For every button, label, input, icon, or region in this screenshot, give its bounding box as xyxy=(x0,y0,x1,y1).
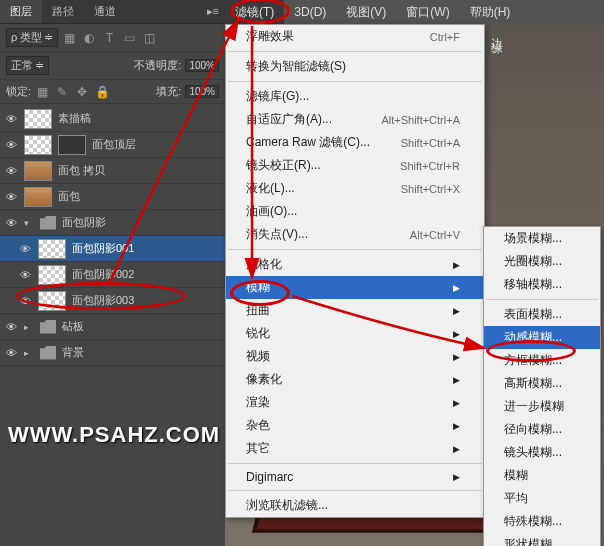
menu-item[interactable]: 特殊模糊... xyxy=(484,510,600,533)
menu-item[interactable]: 消失点(V)...Alt+Ctrl+V xyxy=(226,223,484,246)
menu-separator xyxy=(486,299,598,300)
menu-item[interactable]: Camera Raw 滤镜(C)...Shift+Ctrl+A xyxy=(226,131,484,154)
menu-item[interactable]: 杂色▶ xyxy=(226,414,484,437)
layer-row[interactable]: 👁面包 xyxy=(0,184,225,210)
visibility-toggle[interactable]: 👁 xyxy=(18,295,32,307)
layer-thumbnail[interactable] xyxy=(24,161,52,181)
menu-item[interactable]: 油画(O)... xyxy=(226,200,484,223)
filter-adjust-icon[interactable]: ◐ xyxy=(82,31,96,45)
filter-shape-icon[interactable]: ▭ xyxy=(122,31,136,45)
folder-twisty[interactable]: ▾ xyxy=(24,218,34,228)
lock-transparent-icon[interactable]: ▦ xyxy=(35,85,49,99)
layer-row[interactable]: 👁▸砧板 xyxy=(0,314,225,340)
folder-icon xyxy=(40,320,56,334)
layer-thumbnail[interactable] xyxy=(24,187,52,207)
menu-item[interactable]: 转换为智能滤镜(S) xyxy=(226,55,484,78)
layer-thumbnail[interactable] xyxy=(24,109,52,129)
menu-item[interactable]: 移轴模糊... xyxy=(484,273,600,296)
layer-row[interactable]: 👁面包阴影002 xyxy=(0,262,225,288)
layer-row[interactable]: 👁面包 拷贝 xyxy=(0,158,225,184)
menu-item[interactable]: 模糊▶ xyxy=(226,276,484,299)
visibility-toggle[interactable]: 👁 xyxy=(4,191,18,203)
filter-type-icon[interactable]: T xyxy=(102,31,116,45)
menu-item[interactable]: 锐化▶ xyxy=(226,322,484,345)
visibility-toggle[interactable]: 👁 xyxy=(4,113,18,125)
menu-item[interactable]: 场景模糊... xyxy=(484,227,600,250)
visibility-toggle[interactable]: 👁 xyxy=(4,139,18,151)
menu-item[interactable]: 径向模糊... xyxy=(484,418,600,441)
filter-icons: ▦ ◐ T ▭ ◫ xyxy=(62,31,156,45)
lock-paint-icon[interactable]: ✎ xyxy=(55,85,69,99)
menu-item[interactable]: Digimarc▶ xyxy=(226,467,484,487)
menu-item-label: 模糊 xyxy=(504,467,528,484)
fill-value[interactable]: 100% xyxy=(185,85,219,98)
filter-smart-icon[interactable]: ◫ xyxy=(142,31,156,45)
visibility-toggle[interactable]: 👁 xyxy=(4,165,18,177)
menu-filter[interactable]: 滤镜(T) xyxy=(225,0,284,25)
layer-row[interactable]: 👁▸背景 xyxy=(0,340,225,366)
menu-help[interactable]: 帮助(H) xyxy=(460,0,521,25)
menu-item[interactable]: 方框模糊... xyxy=(484,349,600,372)
layer-row[interactable]: 👁面包阴影001 xyxy=(0,236,225,262)
menu-item[interactable]: 模糊 xyxy=(484,464,600,487)
layer-thumbnail[interactable] xyxy=(24,135,52,155)
menu-item[interactable]: 风格化▶ xyxy=(226,253,484,276)
visibility-toggle[interactable]: 👁 xyxy=(18,243,32,255)
menu-item[interactable]: 滤镜库(G)... xyxy=(226,85,484,108)
menu-item[interactable]: 高斯模糊... xyxy=(484,372,600,395)
layer-thumbnail[interactable] xyxy=(38,291,66,311)
folder-twisty[interactable]: ▸ xyxy=(24,322,34,332)
folder-twisty[interactable]: ▸ xyxy=(24,348,34,358)
submenu-arrow-icon: ▶ xyxy=(453,375,460,385)
layer-row[interactable]: 👁素描稿 xyxy=(0,106,225,132)
menu-window[interactable]: 窗口(W) xyxy=(396,0,459,25)
menu-item[interactable]: 其它▶ xyxy=(226,437,484,460)
layer-row[interactable]: 👁面包顶层 xyxy=(0,132,225,158)
menu-item[interactable]: 平均 xyxy=(484,487,600,510)
menu-separator xyxy=(228,490,482,491)
menu-item[interactable]: 表面模糊... xyxy=(484,303,600,326)
menu-item[interactable]: 扭曲▶ xyxy=(226,299,484,322)
menu-view[interactable]: 视图(V) xyxy=(336,0,396,25)
menu-item[interactable]: 镜头校正(R)...Shift+Ctrl+R xyxy=(226,154,484,177)
tab-channels[interactable]: 通道 xyxy=(84,0,126,23)
layer-thumbnail[interactable] xyxy=(38,265,66,285)
submenu-arrow-icon: ▶ xyxy=(453,260,460,270)
tab-layers[interactable]: 图层 xyxy=(0,0,42,23)
layer-mask-thumbnail[interactable] xyxy=(58,135,86,155)
layer-thumbnail[interactable] xyxy=(38,239,66,259)
visibility-toggle[interactable]: 👁 xyxy=(18,269,32,281)
menu-item[interactable]: 光圈模糊... xyxy=(484,250,600,273)
menu-item[interactable]: 动感模糊... xyxy=(484,326,600,349)
menu-item[interactable]: 浏览联机滤镜... xyxy=(226,494,484,517)
menu-item[interactable]: 视频▶ xyxy=(226,345,484,368)
layer-row[interactable]: 👁面包阴影003 xyxy=(0,288,225,314)
blend-mode-select[interactable]: 正常 ≑ xyxy=(6,56,49,75)
lock-all-icon[interactable]: 🔒 xyxy=(95,85,109,99)
menu-item[interactable]: 像素化▶ xyxy=(226,368,484,391)
submenu-arrow-icon: ▶ xyxy=(453,472,460,482)
menu-item-label: 光圈模糊... xyxy=(504,253,562,270)
menu-separator xyxy=(228,463,482,464)
menu-3d[interactable]: 3D(D) xyxy=(284,1,336,23)
menu-item[interactable]: 镜头模糊... xyxy=(484,441,600,464)
menu-separator xyxy=(228,51,482,52)
menu-item[interactable]: 浮雕效果Ctrl+F xyxy=(226,25,484,48)
panel-menu-icon[interactable]: ▸≡ xyxy=(201,5,225,18)
menu-item[interactable]: 渲染▶ xyxy=(226,391,484,414)
lock-position-icon[interactable]: ✥ xyxy=(75,85,89,99)
visibility-toggle[interactable]: 👁 xyxy=(4,321,18,333)
menu-item[interactable]: 液化(L)...Shift+Ctrl+X xyxy=(226,177,484,200)
menu-item-label: 形状模糊... xyxy=(504,536,562,546)
menu-item-label: 滤镜库(G)... xyxy=(246,88,309,105)
layer-row[interactable]: 👁▾面包阴影 xyxy=(0,210,225,236)
layer-kind-filter[interactable]: ρ 类型 ≑ xyxy=(6,28,58,47)
tab-paths[interactable]: 路径 xyxy=(42,0,84,23)
filter-pixel-icon[interactable]: ▦ xyxy=(62,31,76,45)
visibility-toggle[interactable]: 👁 xyxy=(4,347,18,359)
visibility-toggle[interactable]: 👁 xyxy=(4,217,18,229)
opacity-value[interactable]: 100% xyxy=(185,59,219,72)
menu-item[interactable]: 进一步模糊 xyxy=(484,395,600,418)
menu-item[interactable]: 自适应广角(A)...Alt+Shift+Ctrl+A xyxy=(226,108,484,131)
menu-item[interactable]: 形状模糊... xyxy=(484,533,600,546)
